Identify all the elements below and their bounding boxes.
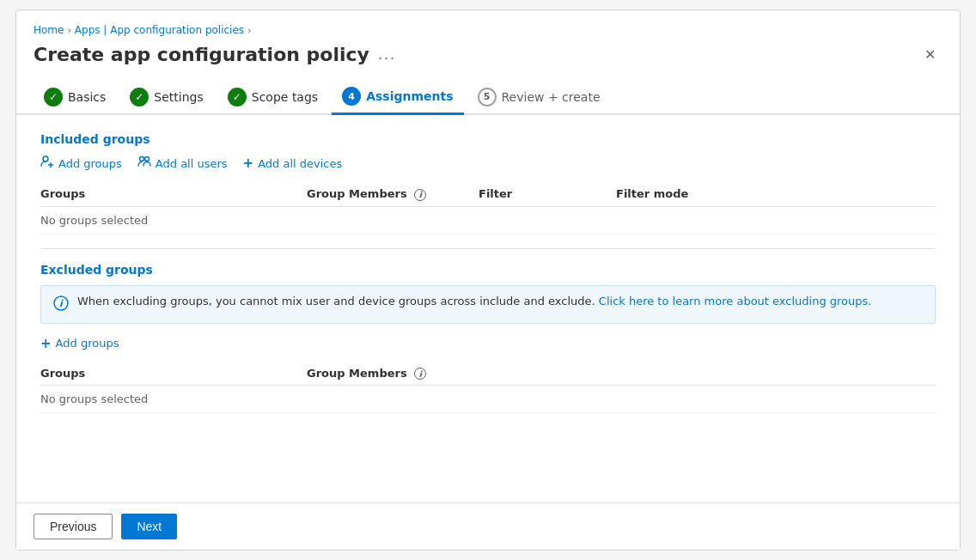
step-assignments-label: Assignments xyxy=(366,89,453,103)
svg-point-0 xyxy=(43,156,48,161)
add-all-devices-button[interactable]: + Add all devices xyxy=(243,155,343,171)
info-box-text: When excluding groups, you cannot mix us… xyxy=(77,295,871,307)
step-assignments[interactable]: 4 Assignments xyxy=(332,80,463,115)
col-group-members: Group Members i xyxy=(307,187,479,201)
step-settings-label: Settings xyxy=(154,90,203,104)
excluded-section: Excluded groups i When excluding groups,… xyxy=(40,263,936,414)
included-empty-row: No groups selected xyxy=(40,207,936,234)
breadcrumb-sep2: › xyxy=(247,25,251,36)
title-row: Create app configuration policy ... ✕ xyxy=(34,43,942,66)
col-groups: Groups xyxy=(40,187,307,201)
svg-point-3 xyxy=(139,157,143,161)
section-divider xyxy=(40,248,936,249)
main-window: Home › Apps | App configuration policies… xyxy=(15,9,961,551)
col-filter: Filter xyxy=(479,187,616,201)
previous-button[interactable]: Previous xyxy=(34,514,113,539)
add-all-devices-icon: + xyxy=(243,155,254,171)
excluded-empty-text: No groups selected xyxy=(40,393,307,405)
ellipsis-button[interactable]: ... xyxy=(378,46,396,64)
step-settings-circle: ✓ xyxy=(130,88,149,107)
add-groups-label: Add groups xyxy=(58,157,122,170)
footer: Previous Next xyxy=(16,502,960,550)
learn-more-link[interactable]: Click here to learn more about excluding… xyxy=(599,295,872,307)
excluded-add-groups-icon: + xyxy=(40,336,52,351)
title-group: Create app configuration policy ... xyxy=(34,44,396,65)
svg-point-4 xyxy=(144,157,149,161)
step-settings[interactable]: ✓ Settings xyxy=(119,81,213,113)
next-button[interactable]: Next xyxy=(121,514,177,539)
step-scope-label: Scope tags xyxy=(252,90,318,104)
close-button[interactable]: ✕ xyxy=(918,43,942,66)
included-empty-text: No groups selected xyxy=(40,214,307,227)
step-basics-label: Basics xyxy=(68,90,106,104)
included-action-bar: Add groups Add all users + xyxy=(40,155,936,172)
excl-col-groups: Groups xyxy=(40,367,307,380)
info-box-icon: i xyxy=(53,295,69,314)
included-table-header: Groups Group Members i Filter Filter mod… xyxy=(40,182,936,207)
excluded-info-box: i When excluding groups, you cannot mix … xyxy=(40,285,936,324)
breadcrumb: Home › Apps | App configuration policies… xyxy=(34,24,942,36)
excl-group-members-info-icon[interactable]: i xyxy=(414,368,426,380)
step-assignments-circle: 4 xyxy=(342,87,361,106)
col-filter-mode: Filter mode xyxy=(616,187,753,201)
excluded-title: Excluded groups xyxy=(40,263,936,277)
step-scope-tags[interactable]: ✓ Scope tags xyxy=(217,81,328,113)
page-title: Create app configuration policy xyxy=(34,44,369,65)
step-basics[interactable]: ✓ Basics xyxy=(34,81,116,113)
window-header: Home › Apps | App configuration policies… xyxy=(16,10,960,80)
excluded-add-groups-button[interactable]: + Add groups xyxy=(40,336,119,351)
included-title: Included groups xyxy=(40,132,936,146)
add-groups-button[interactable]: Add groups xyxy=(40,155,122,172)
add-all-users-button[interactable]: Add all users xyxy=(137,155,228,172)
add-all-users-label: Add all users xyxy=(156,157,228,170)
excluded-action-bar: + Add groups xyxy=(40,336,936,351)
excl-col-group-members: Group Members i xyxy=(307,367,479,380)
step-review-circle: 5 xyxy=(478,88,497,107)
excluded-table-header: Groups Group Members i xyxy=(40,362,936,387)
included-section: Included groups Add groups xyxy=(40,132,936,234)
step-basics-circle: ✓ xyxy=(44,88,63,107)
step-review-label: Review + create xyxy=(502,90,601,104)
add-all-users-icon xyxy=(137,155,151,172)
breadcrumb-apps[interactable]: Apps | App configuration policies xyxy=(75,24,244,36)
add-all-devices-label: Add all devices xyxy=(258,157,342,170)
step-review[interactable]: 5 Review + create xyxy=(467,81,611,113)
breadcrumb-sep1: › xyxy=(67,25,70,36)
excluded-add-groups-label: Add groups xyxy=(56,337,119,350)
steps-bar: ✓ Basics ✓ Settings ✓ Scope tags 4 Assig… xyxy=(16,80,960,115)
step-scope-circle: ✓ xyxy=(228,88,247,107)
group-members-info-icon[interactable]: i xyxy=(414,189,426,201)
breadcrumb-home[interactable]: Home xyxy=(34,24,64,36)
add-groups-icon xyxy=(40,155,54,172)
excluded-empty-row: No groups selected xyxy=(40,386,936,413)
content-area: Included groups Add groups xyxy=(16,115,960,502)
